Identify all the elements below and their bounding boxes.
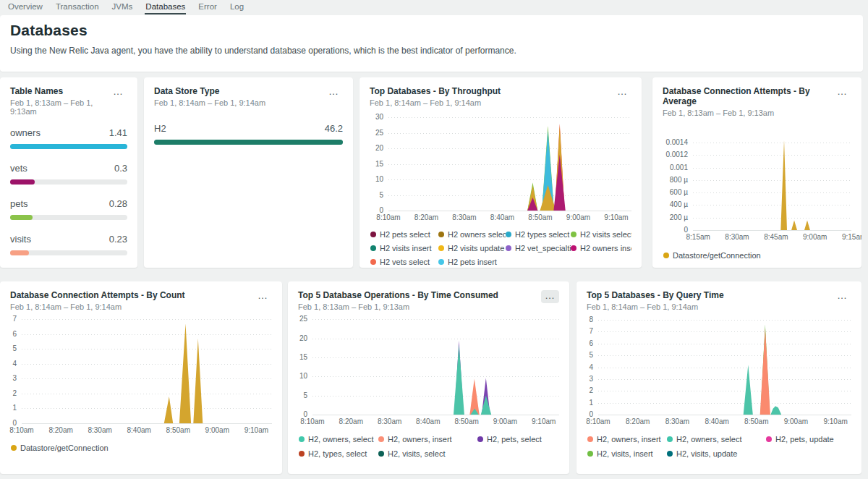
legend-item-h2-vet-specialti[interactable]: H2 vet_specialti… [506,244,571,253]
card-menu-button[interactable]: … [541,290,559,303]
tab-overview[interactable]: Overview [7,0,43,13]
bar-row-owners[interactable]: owners1.41 [10,127,127,149]
x-tick-label: 8:40am [416,417,440,426]
bar-row-vets[interactable]: vets0.3 [10,163,127,185]
legend-label: H2 vets select [380,258,430,266]
legend-label: H2 visits select [580,230,631,239]
legend-item-h2-visits-select[interactable]: H2, visits, select [378,449,477,458]
legend-item-h2-owners-select[interactable]: H2, owners, select [667,435,766,444]
legend-item-h2-pets-insert[interactable]: H2 pets insert [438,258,506,266]
legend-item-h2-owners-insert[interactable]: H2, owners, insert [378,435,477,444]
x-tick-label: 8:30am [88,426,111,435]
legend-label: H2, owners, insert [388,435,452,444]
y-tick-label: 5 [10,344,17,353]
tab-log[interactable]: Log [229,0,244,13]
legend-item-h2-visits-select[interactable]: H2 visits select [571,230,631,239]
series-h2-owners-insert [760,328,770,415]
y-tick-label: 6 [10,330,17,339]
count-connection-legend: Datastore/getConnection [10,444,272,452]
legend-item-h2-vets-select[interactable]: H2 vets select [370,258,438,266]
y-tick-label: 0.0012 [663,151,688,159]
x-tick-label: 9:00am [205,426,229,435]
legend-item-h2-visits-insert[interactable]: H2 visits insert [370,244,438,253]
legend-item-h2-types-select[interactable]: H2 types select [506,230,571,239]
legend-item-h2-visits-insert[interactable]: H2, visits, insert [587,449,667,458]
time-consumed-chart[interactable]: 25201510508:10am8:20am8:30am8:40am8:50am… [298,317,559,426]
bar-row-visits[interactable]: visits0.23 [10,234,127,255]
legend-item-h2-owners-insert[interactable]: H2, owners, insert [587,435,667,444]
legend-dot [438,259,444,265]
x-tick-label: 8:20am [48,426,72,435]
bar-fill [10,144,127,149]
legend-label: H2 owners select [448,230,506,239]
bar-label: pets [10,198,28,209]
card-menu-button[interactable]: … [613,86,631,99]
bar-row-h2[interactable]: H246.2 [154,123,343,145]
db-connection-attempts-by-count-canvas[interactable] [22,317,272,423]
tab-transaction[interactable]: Transaction [55,0,100,13]
legend-item-h2-owners-select[interactable]: H2 owners select [438,230,506,239]
y-tick-label: 0.001 [663,164,688,172]
x-tick-label: 8:50am [454,417,478,426]
legend-item-h2-visits-update[interactable]: H2 visits update [438,244,506,253]
legend-item-h2-pets-update[interactable]: H2, pets, update [766,435,851,444]
card-title: Top 5 Database Operations - By Time Cons… [298,290,498,300]
tab-jvms[interactable]: JVMs [111,0,134,13]
y-tick-label: 15 [298,353,307,362]
card-menu-button[interactable]: … [325,86,343,99]
card-menu-button[interactable]: … [109,86,127,99]
card-title: Top Databases - By Throughput [370,86,501,96]
legend-item-h2-visits-update[interactable]: H2, visits, update [667,449,766,458]
legend-dot [438,232,444,237]
y-tick-label: 5 [298,391,307,400]
y-tick-label: 7 [587,327,593,336]
bar-value: 0.28 [109,198,127,209]
tab-databases[interactable]: Databases [145,0,186,14]
y-tick-label: 6 [587,339,593,348]
avg-connection-legend: Datastore/getConnection [663,251,851,260]
legend-item-h2-pets-select[interactable]: H2 pets select [370,230,438,239]
legend-item-h2-types-select[interactable]: H2, types, select [299,449,378,458]
tab-error[interactable]: Error [197,0,218,13]
query-time-chart[interactable]: 8765432108:10am8:20am8:30am8:40am8:50am9… [587,317,851,426]
y-tick-label: 3 [10,374,17,383]
legend-dot [766,436,772,442]
card-timerange: Feb 1, 8:14am – Feb 1, 9:14am [154,98,265,107]
db-connection-attempts-by-average-canvas[interactable] [693,133,851,230]
top5-db-operations-by-time-consumed-canvas[interactable] [312,317,559,415]
legend-dot [587,436,593,442]
bar-fill [154,140,343,145]
page-title: Databases [10,22,863,39]
avg-connection-chart[interactable]: 0.00140.00120.001800 µ600 µ400 µ200 µ08:… [663,133,851,242]
legend-item-h2-pets-select[interactable]: H2, pets, select [477,435,559,444]
legend-item-datastore-getconnection[interactable]: Datastore/getConnection [663,251,851,260]
top5-databases-by-query-time-canvas[interactable] [598,317,851,415]
legend-dot [667,436,673,442]
card-menu-button[interactable]: … [833,290,851,303]
top-tab-bar: OverviewTransactionJVMsDatabasesErrorLog [0,0,868,15]
bar-fill [10,179,35,185]
legend-dot [370,232,376,237]
x-tick-label: 9:10am [823,417,847,426]
legend-label: H2, owners, select [676,435,741,444]
x-tick-label: 8:50am [528,213,552,222]
y-tick-label: 20 [298,334,307,343]
legend-item-h2-owners-insert[interactable]: H2 owners insert [571,244,631,253]
legend-dot [378,436,384,442]
legend-dot [587,451,593,457]
x-tick-label: 8:10am [376,213,400,222]
y-tick-label: 25 [298,315,307,323]
legend-item-datastore-getconnection[interactable]: Datastore/getConnection [11,444,272,452]
top-databases-by-throughput-canvas[interactable] [388,116,631,211]
card-db-connection-attempts-by-average: Database Connection Attempts - By Averag… [652,77,861,268]
page-description: Using the New Relic Java agent, you have… [10,46,863,56]
bar-row-pets[interactable]: pets0.28 [10,198,127,220]
bar-fill [10,250,29,255]
throughput-chart[interactable]: 3025201510508:10am8:20am8:30am8:40am8:50… [370,116,631,222]
count-connection-chart[interactable]: 765432108:10am8:20am8:30am8:40am8:50am9:… [10,317,272,435]
legend-item-h2-owners-select[interactable]: H2, owners, select [299,435,378,444]
card-menu-button[interactable]: … [833,86,851,99]
card-menu-button[interactable]: … [254,290,272,303]
legend-dot [477,436,483,442]
card-timerange: Feb 1, 8:13am – Feb 1, 9:13am [663,109,833,117]
